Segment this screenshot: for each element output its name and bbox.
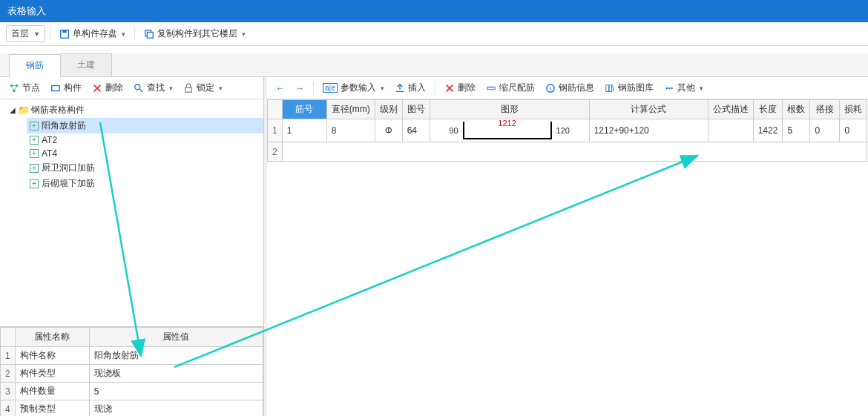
tree-item-label: 阳角放射筋 (42, 119, 86, 132)
nav-left-button[interactable]: ← (272, 82, 289, 95)
col-formula-desc[interactable]: 公式描述 (708, 100, 753, 119)
tree-item-label: AT2 (42, 135, 57, 145)
col-loss[interactable]: 损耗 (840, 100, 867, 119)
component-tree: ◢ 📁 钢筋表格构件 +阳角放射筋+AT2+AT4+厨卫洞口加筋+后砌墙下加筋 (0, 99, 263, 326)
floor-select[interactable]: 首层 ▼ (6, 25, 45, 42)
arrow-right-icon: → (295, 83, 304, 93)
svg-line-9 (139, 88, 142, 91)
svg-rect-3 (147, 32, 153, 38)
right-pane: ← → a|e 参数输入 ▾ 插入 删除 缩尺配筋 i (264, 77, 868, 416)
svg-rect-18 (605, 85, 608, 91)
component-leaf-icon: + (30, 149, 39, 158)
prop-value[interactable]: 5 (89, 383, 263, 400)
grid-row[interactable]: 2 (268, 142, 867, 162)
rebar-lib-button[interactable]: 钢筋图库 (600, 80, 658, 96)
tree-root-label: 钢筋表格构件 (31, 104, 85, 116)
tree-item[interactable]: +AT4 (27, 147, 263, 160)
window-title: 表格输入 (7, 5, 46, 16)
tab-rebar[interactable]: 钢筋 (9, 54, 61, 77)
chevron-down-icon: ▾ (122, 30, 125, 38)
prop-name: 预制类型 (15, 400, 89, 417)
svg-point-22 (668, 87, 670, 89)
grid-row[interactable]: 118Φ649012121201212+90+1201422500 (268, 119, 867, 142)
props-row[interactable]: 1构件名称阳角放射筋 (1, 347, 263, 365)
save-component-button[interactable]: 单构件存盘 ▾ (55, 26, 130, 42)
folder-icon: 📁 (18, 105, 30, 116)
svg-text:i: i (550, 85, 551, 92)
copy-icon (144, 29, 154, 39)
param-icon: a|e (323, 83, 338, 93)
nav-right-button[interactable]: → (291, 82, 309, 95)
svg-point-21 (665, 87, 668, 89)
lock-button[interactable]: 锁定 ▾ (179, 80, 227, 96)
component-button[interactable]: 构件 (46, 80, 86, 96)
other-button[interactable]: 其他 ▾ (660, 80, 708, 96)
arrow-left-icon: ← (276, 83, 285, 93)
svg-rect-19 (609, 85, 612, 91)
col-shape-no[interactable]: 图号 (402, 100, 430, 119)
main-split: 节点 构件 删除 查找 ▾ 锁定 ▾ (0, 77, 868, 416)
chevron-down-icon: ▾ (381, 85, 384, 92)
chevron-down-icon: ▾ (169, 85, 173, 92)
props-row[interactable]: 3构件数量5 (1, 383, 263, 400)
svg-point-23 (671, 87, 673, 89)
right-toolbar: ← → a|e 参数输入 ▾ 插入 删除 缩尺配筋 i (267, 77, 868, 99)
node-icon (9, 83, 19, 93)
main-tabs: 钢筋 土建 (0, 53, 868, 77)
search-icon (134, 83, 144, 93)
tree-root-node[interactable]: ◢ 📁 钢筋表格构件 (6, 102, 263, 118)
properties-table: 属性名称 属性值 1构件名称阳角放射筋2构件类型现浇板3构件数量54预制类型现浇 (0, 326, 263, 416)
delete-button[interactable]: 删除 (88, 80, 128, 96)
prop-value[interactable]: 现浇 (89, 400, 263, 417)
chevron-down-icon: ▼ (33, 30, 40, 38)
svg-rect-7 (52, 85, 60, 90)
prop-value[interactable]: 阳角放射筋 (89, 347, 263, 365)
col-length[interactable]: 长度 (753, 100, 783, 119)
col-num[interactable]: 筋号 (282, 100, 326, 119)
col-shape[interactable]: 图形 (430, 100, 589, 119)
info-icon: i (545, 83, 556, 93)
lock-icon (183, 83, 194, 93)
tree-item[interactable]: +后砌墙下加筋 (27, 176, 263, 191)
copy-component-button[interactable]: 复制构件到其它楼层 ▾ (139, 26, 250, 42)
component-icon (50, 83, 61, 93)
insert-button[interactable]: 插入 (390, 80, 430, 96)
svg-line-20 (612, 85, 614, 91)
svg-point-8 (135, 84, 140, 89)
ruler-icon (486, 83, 496, 93)
svg-rect-10 (185, 88, 192, 92)
tree-item-label: AT4 (42, 148, 57, 159)
grid-delete-button[interactable]: 删除 (440, 80, 480, 96)
col-count[interactable]: 根数 (783, 100, 810, 119)
col-diameter[interactable]: 直径(mm) (326, 100, 375, 119)
col-grade[interactable]: 级别 (375, 100, 402, 119)
collapse-icon[interactable]: ◢ (9, 106, 16, 114)
prop-name: 构件数量 (15, 383, 89, 400)
rebar-info-button[interactable]: i 钢筋信息 (541, 80, 599, 96)
tree-item[interactable]: +厨卫洞口加筋 (27, 160, 263, 176)
svg-rect-1 (62, 30, 66, 33)
component-leaf-icon: + (30, 179, 39, 188)
tree-item-label: 厨卫洞口加筋 (42, 162, 95, 174)
tree-item-label: 后砌墙下加筋 (42, 177, 95, 190)
rebar-grid-wrap[interactable]: 筋号 直径(mm) 级别 图号 图形 计算公式 公式描述 长度 根数 搭接 损耗… (267, 99, 868, 416)
props-row[interactable]: 2构件类型现浇板 (1, 365, 263, 383)
library-icon (605, 83, 615, 93)
chevron-down-icon: ▾ (700, 85, 703, 92)
col-lap[interactable]: 搭接 (810, 100, 840, 119)
left-pane: 节点 构件 删除 查找 ▾ 锁定 ▾ (0, 77, 264, 416)
tab-civil[interactable]: 土建 (60, 53, 112, 76)
tree-item[interactable]: +AT2 (27, 133, 263, 147)
rebar-grid: 筋号 直径(mm) 级别 图号 图形 计算公式 公式描述 长度 根数 搭接 损耗… (267, 99, 867, 162)
prop-value[interactable]: 现浇板 (89, 365, 263, 383)
param-input-button[interactable]: a|e 参数输入 ▾ (318, 80, 389, 96)
left-toolbar: 节点 构件 删除 查找 ▾ 锁定 ▾ (0, 77, 263, 99)
node-button[interactable]: 节点 (4, 80, 45, 96)
find-button[interactable]: 查找 ▾ (129, 80, 177, 96)
col-formula[interactable]: 计算公式 (589, 100, 708, 119)
chevron-down-icon: ▾ (219, 85, 223, 92)
props-row[interactable]: 4预制类型现浇 (1, 400, 263, 417)
insert-icon (395, 83, 405, 93)
tree-item[interactable]: +阳角放射筋 (27, 118, 263, 133)
scale-button[interactable]: 缩尺配筋 (481, 80, 539, 96)
